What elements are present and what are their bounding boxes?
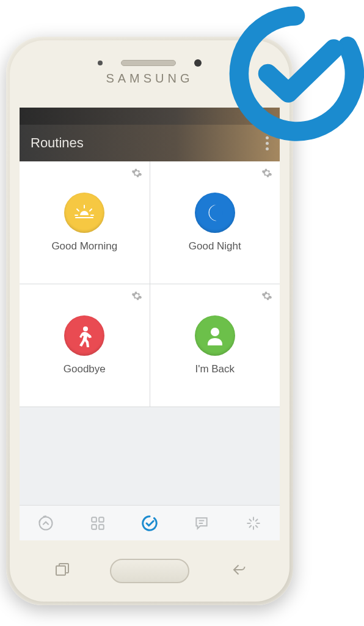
- svg-rect-13: [92, 525, 96, 529]
- svg-line-3: [77, 209, 79, 211]
- nav-check-icon[interactable]: [137, 511, 162, 536]
- earpiece-speaker: [121, 60, 176, 66]
- routine-tile-good-morning[interactable]: Good Morning: [20, 161, 150, 284]
- routine-label: Good Morning: [51, 240, 117, 252]
- routine-label: Good Night: [189, 240, 241, 252]
- check-badge-icon: [227, 5, 364, 142]
- sunrise-icon: [64, 193, 104, 233]
- svg-rect-14: [99, 525, 104, 529]
- svg-rect-11: [92, 517, 96, 522]
- gear-icon[interactable]: [261, 168, 272, 181]
- gear-icon[interactable]: [131, 168, 142, 181]
- routines-grid: Good Morning Good Night: [20, 161, 280, 407]
- front-camera: [194, 59, 202, 67]
- sensor-dot: [98, 61, 103, 65]
- svg-line-21: [250, 519, 252, 521]
- page-title: Routines: [31, 135, 84, 151]
- nav-chat-icon[interactable]: [189, 511, 214, 536]
- moon-icon: [195, 193, 235, 233]
- home-button[interactable]: [110, 559, 189, 583]
- svg-line-24: [256, 519, 258, 521]
- routine-label: I'm Back: [195, 363, 235, 375]
- phone-brand-label: SAMSUNG: [106, 72, 193, 86]
- svg-point-8: [83, 326, 88, 331]
- phone-screen: Routines Good Morning: [20, 108, 280, 540]
- svg-rect-12: [99, 517, 104, 522]
- content-spacer: [20, 407, 280, 505]
- recents-key[interactable]: [53, 561, 71, 581]
- svg-line-23: [250, 525, 252, 527]
- nav-home-icon[interactable]: [34, 511, 58, 536]
- routine-tile-good-night[interactable]: Good Night: [150, 161, 280, 284]
- svg-rect-25: [56, 566, 65, 575]
- routine-tile-im-back[interactable]: I'm Back: [150, 284, 280, 407]
- nav-grid-icon[interactable]: [86, 511, 110, 536]
- svg-point-10: [39, 517, 52, 529]
- routine-label: Goodbye: [64, 363, 106, 375]
- phone-bottom-bezel: [10, 540, 289, 602]
- nav-star-icon[interactable]: [241, 511, 266, 536]
- svg-rect-1: [75, 215, 94, 223]
- person-icon: [195, 315, 235, 356]
- back-key[interactable]: [228, 561, 246, 581]
- gear-icon[interactable]: [261, 290, 272, 304]
- routine-tile-goodbye[interactable]: Goodbye: [20, 284, 150, 407]
- svg-point-9: [211, 328, 219, 336]
- svg-line-4: [90, 209, 92, 211]
- svg-line-22: [256, 525, 258, 527]
- gear-icon[interactable]: [131, 290, 142, 304]
- walking-icon: [64, 315, 104, 356]
- bottom-nav: [20, 505, 280, 540]
